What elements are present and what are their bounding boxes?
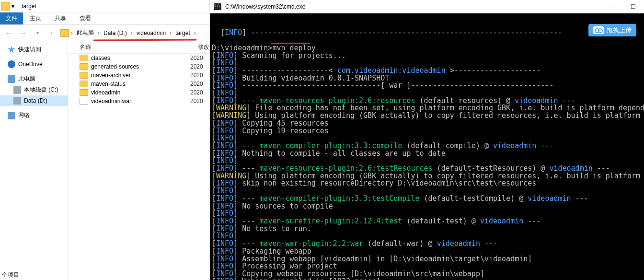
nav-data-d[interactable]: Data (D:)	[0, 95, 68, 106]
folder-icon	[1, 2, 10, 11]
cmd-output[interactable]: [INFO] ---------------------------------…	[210, 13, 644, 280]
nav-network[interactable]: 网络	[0, 110, 68, 121]
file-name: generated-sources	[91, 63, 187, 70]
statusbar-label: 个项目	[0, 271, 19, 279]
folder-icon	[80, 89, 88, 96]
file-date: 2020	[190, 89, 209, 96]
file-name: maven-status	[91, 81, 187, 87]
col-date[interactable]: 修改	[198, 43, 209, 51]
maximize-button[interactable]: ☐	[622, 0, 644, 13]
folder-icon	[80, 55, 88, 61]
chevron-right-icon[interactable]: ›	[70, 30, 74, 36]
disk-icon	[13, 97, 21, 105]
upload-label: 拖拽上传	[607, 26, 632, 35]
chevron-right-icon[interactable]: ›	[193, 30, 197, 36]
col-name[interactable]: 名称	[80, 43, 198, 51]
star-icon	[8, 46, 15, 54]
ribbon-tab-view[interactable]: 查看	[73, 12, 98, 24]
nav-up-button[interactable]: ↑	[46, 29, 58, 37]
nav-quick-access[interactable]: 快速访问	[0, 44, 68, 55]
file-name: maven-archiver	[91, 72, 187, 79]
file-date: 2020	[190, 72, 209, 79]
folder-icon	[80, 81, 88, 87]
navigation-pane: 快速访问 OneDrive 此电脑 本地磁盘 (C:) Data (D:) 网络…	[0, 41, 68, 280]
file-row[interactable]: generated-sources2020	[68, 62, 209, 71]
minimize-button[interactable]: —	[600, 0, 622, 13]
cmd-icon	[214, 3, 221, 10]
file-date: 2020	[190, 63, 209, 70]
file-name: videoadmin.war	[91, 98, 187, 105]
upload-widget[interactable]: 拖拽上传	[588, 24, 636, 36]
file-row[interactable]: classes2020	[68, 54, 209, 62]
nav-local-disk-c[interactable]: 本地磁盘 (C:)	[0, 84, 68, 95]
cmd-titlebar[interactable]: C:\Windows\system32\cmd.exe — ☐	[210, 0, 644, 13]
file-date: 2020	[190, 98, 209, 105]
qat-separator: |	[18, 3, 20, 10]
explorer-titlebar[interactable]: ▾ | target	[0, 0, 209, 12]
nav-label: Data (D:)	[24, 97, 47, 104]
folder-icon	[80, 63, 88, 70]
nav-label: 网络	[18, 111, 30, 119]
nav-back-button[interactable]: ←	[3, 29, 14, 37]
file-date: 2020	[190, 55, 209, 61]
file-icon	[80, 98, 88, 105]
breadcrumb-seg[interactable]: 此电脑	[75, 28, 96, 38]
chevron-right-icon[interactable]: ›	[97, 30, 101, 36]
chevron-right-icon[interactable]: ›	[130, 30, 134, 36]
network-icon	[8, 112, 15, 119]
file-name: videoadmin	[91, 89, 187, 96]
file-row[interactable]: videoadmin2020	[68, 88, 209, 97]
breadcrumb-seg[interactable]: videoadmin	[135, 29, 168, 37]
breadcrumb-seg[interactable]: Data (D:)	[102, 29, 129, 37]
chevron-right-icon[interactable]: ›	[169, 30, 172, 36]
file-row[interactable]: maven-archiver2020	[68, 71, 209, 80]
ribbon-tab-share[interactable]: 共享	[48, 12, 73, 24]
nav-forward-button[interactable]: →	[17, 29, 29, 37]
breadcrumb-seg[interactable]: target	[173, 29, 192, 37]
chevron-down-icon[interactable]: ▾	[12, 3, 16, 10]
nav-label: OneDrive	[18, 61, 43, 68]
window-title: target	[22, 3, 36, 10]
cloud-icon	[8, 60, 15, 68]
nav-label: 快速访问	[18, 46, 41, 54]
file-row[interactable]: maven-status2020	[68, 80, 209, 88]
infinity-icon	[593, 26, 604, 34]
annotation-underline	[271, 43, 310, 44]
nav-this-pc[interactable]: 此电脑	[0, 73, 68, 84]
file-explorer-window: ▾ | target 文件 主页 共享 查看 ← → ▾ ↑ › 此电脑 › D…	[0, 0, 210, 280]
disk-icon	[13, 86, 21, 94]
nav-onedrive[interactable]: OneDrive	[0, 59, 68, 70]
file-row[interactable]: videoadmin.war2020	[68, 97, 209, 105]
breadcrumb[interactable]: › 此电脑 › Data (D:) › videoadmin › target …	[60, 28, 207, 38]
folder-icon	[60, 29, 69, 37]
column-headers[interactable]: 名称 修改	[68, 41, 209, 54]
pc-icon	[8, 75, 15, 83]
ribbon-tabs: 文件 主页 共享 查看	[0, 12, 209, 25]
nav-label: 此电脑	[18, 75, 35, 83]
nav-history-button[interactable]: ▾	[32, 30, 43, 35]
file-list: 名称 修改 classes2020generated-sources2020ma…	[68, 41, 209, 280]
cmd-window: C:\Windows\system32\cmd.exe — ☐ [INFO] -…	[210, 0, 644, 280]
file-name: classes	[91, 55, 187, 61]
file-date: 2020	[190, 81, 209, 87]
ribbon-tab-home[interactable]: 主页	[23, 12, 48, 24]
ribbon-tab-file[interactable]: 文件	[0, 12, 23, 24]
cmd-title-text: C:\Windows\system32\cmd.exe	[225, 3, 305, 10]
folder-icon	[80, 72, 88, 79]
nav-label: 本地磁盘 (C:)	[24, 86, 58, 94]
